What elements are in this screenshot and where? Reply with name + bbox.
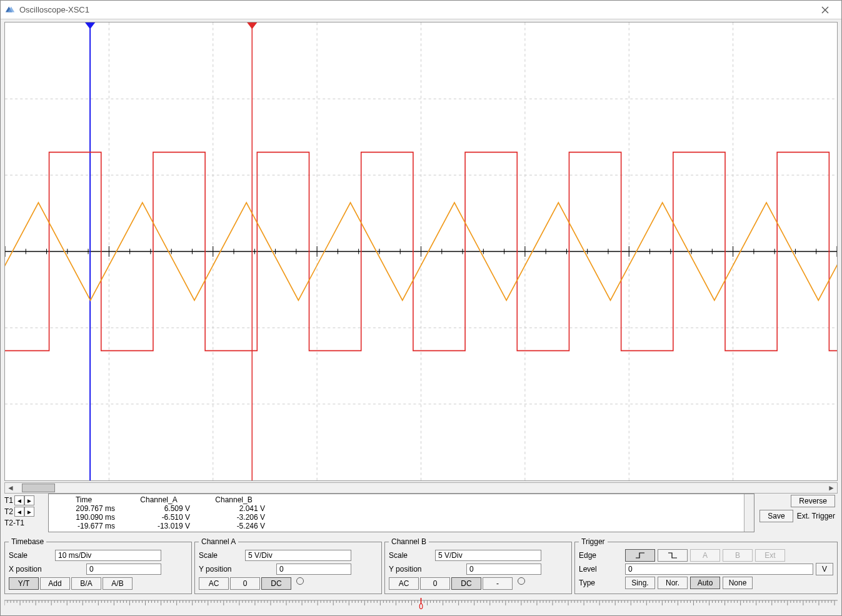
save-button[interactable]: Save: [759, 510, 793, 522]
oscilloscope-window: Oscilloscope-XSC1: [0, 0, 842, 616]
timebase-scale-label: Scale: [9, 551, 53, 560]
edge-falling-icon: [667, 552, 678, 559]
cha-ac-button[interactable]: AC: [199, 577, 229, 590]
t2-left-button[interactable]: ◄: [14, 507, 24, 517]
t1-right-button[interactable]: ►: [24, 495, 34, 505]
cursor-readout-table: Time Channel_A Channel_B 209.767 ms 6.50…: [48, 494, 754, 532]
chb-scale-label: Scale: [389, 551, 433, 560]
trigger-level-label: Level: [579, 565, 623, 574]
scroll-right-arrow[interactable]: ►: [826, 483, 837, 493]
close-button[interactable]: [813, 3, 838, 17]
trigger-auto-button[interactable]: Auto: [690, 577, 720, 589]
cursor-diff-label: T2-T1: [4, 519, 24, 527]
trigger-legend: Trigger: [579, 537, 608, 546]
channel-b-legend: Channel B: [389, 537, 429, 546]
trigger-level-unit[interactable]: V: [816, 563, 833, 575]
titlebar: Oscilloscope-XSC1: [1, 1, 841, 19]
cha-zero-button[interactable]: 0: [230, 577, 260, 590]
readout-t2-time: 190.090 ms: [53, 513, 115, 522]
readout-vscroll[interactable]: [744, 494, 754, 532]
readout-t1-time: 209.767 ms: [53, 504, 115, 513]
chb-ac-button[interactable]: AC: [389, 577, 419, 590]
svg-marker-56: [247, 22, 257, 29]
readout-t1-cha: 6.509 V: [128, 504, 190, 513]
edge-source-ext-button[interactable]: Ext: [755, 549, 785, 562]
edge-falling-button[interactable]: [658, 549, 688, 562]
scope-canvas[interactable]: [4, 22, 838, 481]
readout-diff-cha: -13.019 V: [128, 522, 190, 530]
t1-left-button[interactable]: ◄: [14, 495, 24, 505]
cha-indicator[interactable]: [296, 577, 304, 585]
timebase-add-button[interactable]: Add: [40, 577, 70, 590]
cha-ypos-label: Y position: [199, 565, 243, 574]
timebase-ab-button[interactable]: A/B: [103, 577, 133, 590]
cursor-t1-label: T1: [4, 496, 13, 505]
control-panels: Timebase Scale X position Y/T Add B/A A/…: [1, 535, 841, 598]
cha-scale-input[interactable]: [245, 550, 351, 561]
ext-trigger-label: Ext. Trigger: [797, 512, 835, 520]
timebase-panel: Timebase Scale X position Y/T Add B/A A/…: [4, 537, 192, 594]
trigger-panel: Trigger Edge A B Ext Level V Type: [574, 537, 838, 594]
readout-diff-time: -19.677 ms: [53, 522, 115, 530]
timebase-yt-button[interactable]: Y/T: [9, 577, 39, 590]
edge-source-a-button[interactable]: A: [690, 549, 720, 562]
readout-t2-chb: -3.206 V: [203, 513, 265, 522]
readout-t2-cha: -6.510 V: [128, 513, 190, 522]
edge-source-b-button[interactable]: B: [723, 549, 753, 562]
readout-header-cha: Channel_A: [128, 495, 190, 504]
window-title: Oscilloscope-XSC1: [19, 5, 89, 14]
app-icon: [4, 4, 16, 16]
readout-diff-chb: -5.246 V: [203, 522, 265, 530]
side-buttons: Reverse Save Ext. Trigger: [757, 494, 838, 526]
channel-a-panel: Channel A Scale Y position AC 0 DC: [194, 537, 382, 594]
trigger-level-input[interactable]: [625, 564, 813, 575]
cursor-labels: T1 ◄ ► T2 ◄ ► T2-T1: [4, 494, 46, 529]
scope-area: ◄ ►: [1, 19, 841, 494]
chb-ypos-label: Y position: [389, 565, 433, 574]
readout-t1-chb: 2.041 V: [203, 504, 265, 513]
cha-scale-label: Scale: [199, 551, 243, 560]
time-ruler[interactable]: 0: [4, 598, 838, 612]
trigger-sing-button[interactable]: Sing.: [625, 577, 655, 589]
readout-header-chb: Channel_B: [203, 495, 265, 504]
scroll-left-arrow[interactable]: ◄: [5, 483, 16, 493]
chb-zero-button[interactable]: 0: [420, 577, 450, 590]
channel-a-legend: Channel A: [199, 537, 238, 546]
t2-right-button[interactable]: ►: [24, 507, 34, 517]
chb-scale-input[interactable]: [435, 550, 541, 561]
svg-marker-54: [85, 22, 95, 29]
timebase-xpos-input[interactable]: [86, 564, 161, 575]
horizontal-scrollbar[interactable]: ◄ ►: [4, 482, 838, 494]
timebase-scale-input[interactable]: [55, 550, 161, 561]
chb-indicator[interactable]: [518, 577, 525, 585]
readout-header-time: Time: [53, 495, 115, 504]
chb-ypos-input[interactable]: [466, 564, 541, 575]
scroll-thumb[interactable]: [22, 484, 55, 492]
trigger-nor-button[interactable]: Nor.: [658, 577, 688, 589]
cursor-t2-label: T2: [4, 507, 13, 516]
channel-b-panel: Channel B Scale Y position AC 0 DC -: [384, 537, 572, 594]
trigger-type-label: Type: [579, 579, 623, 587]
reverse-button[interactable]: Reverse: [791, 495, 835, 507]
timebase-legend: Timebase: [9, 537, 46, 546]
timebase-ba-button[interactable]: B/A: [71, 577, 101, 590]
trigger-edge-label: Edge: [579, 551, 623, 560]
chb-dc-button[interactable]: DC: [451, 577, 481, 590]
cursor-readout-row: T1 ◄ ► T2 ◄ ► T2-T1 Time Channel_A: [1, 494, 841, 535]
chb-minus-button[interactable]: -: [483, 577, 513, 590]
timebase-xpos-label: X position: [9, 565, 53, 574]
cha-dc-button[interactable]: DC: [261, 577, 291, 590]
edge-rising-icon: [634, 552, 646, 559]
cha-ypos-input[interactable]: [276, 564, 351, 575]
trigger-none-button[interactable]: None: [723, 577, 753, 589]
edge-rising-button[interactable]: [625, 549, 655, 562]
